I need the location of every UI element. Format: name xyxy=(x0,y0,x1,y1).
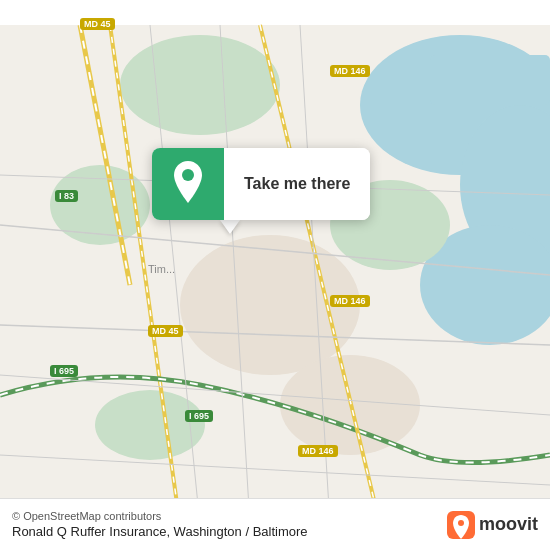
location-pin-icon xyxy=(170,161,206,208)
svg-point-8 xyxy=(95,390,205,460)
moovit-icon xyxy=(447,511,475,539)
highway-label-i83: I 83 xyxy=(55,190,78,202)
highway-label-md45-mid: MD 45 xyxy=(148,325,183,337)
location-label: Ronald Q Ruffer Insurance, Washington / … xyxy=(12,524,308,539)
bottom-bar: © OpenStreetMap contributors Ronald Q Ru… xyxy=(0,498,550,550)
tooltip-card: Take me there xyxy=(152,148,370,220)
svg-text:Tim...: Tim... xyxy=(148,263,175,275)
moovit-text: moovit xyxy=(479,514,538,535)
highway-label-md146-bot: MD 146 xyxy=(298,445,338,457)
copyright-text: © OpenStreetMap contributors xyxy=(12,510,308,522)
tooltip-icon-box xyxy=(152,148,224,220)
svg-point-6 xyxy=(120,35,280,135)
bottom-left-section: © OpenStreetMap contributors Ronald Q Ru… xyxy=(12,510,308,539)
highway-label-i695-left: I 695 xyxy=(50,365,78,377)
svg-point-26 xyxy=(182,169,194,181)
map-container: Tim... MD 45 MD 146 I 83 MD 45 MD 146 I … xyxy=(0,0,550,550)
svg-point-28 xyxy=(458,520,464,526)
tooltip-caret xyxy=(220,220,240,234)
map-background: Tim... xyxy=(0,0,550,550)
highway-label-md146-top: MD 146 xyxy=(330,65,370,77)
highway-label-md45-top: MD 45 xyxy=(80,18,115,30)
highway-label-md146-mid: MD 146 xyxy=(330,295,370,307)
svg-rect-4 xyxy=(430,55,550,105)
moovit-logo: moovit xyxy=(447,511,538,539)
take-me-there-button[interactable]: Take me there xyxy=(224,148,370,220)
highway-label-i695-right: I 695 xyxy=(185,410,213,422)
